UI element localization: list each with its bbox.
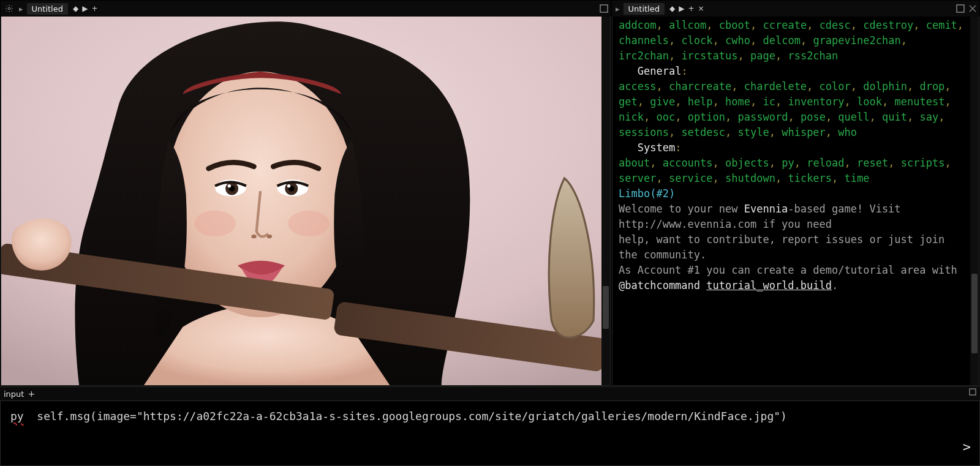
scrollbar-vertical[interactable] [970, 17, 979, 385]
scrollbar-vertical[interactable] [601, 17, 610, 385]
image-viewer[interactable] [1, 17, 610, 385]
left-pane: ▸ Untitled ◆ ▶ + [0, 0, 611, 386]
split-top: ▸ Untitled ◆ ▶ + [0, 0, 980, 386]
left-tabbar: ▸ Untitled ◆ ▶ + [1, 1, 611, 17]
svg-point-15 [288, 211, 330, 236]
play-icon[interactable]: ▶ [679, 4, 684, 13]
scroll-thumb[interactable] [971, 274, 978, 353]
left-content [1, 17, 611, 386]
svg-point-10 [228, 184, 231, 187]
chevron-right-icon: ▸ [19, 4, 23, 13]
close-icon[interactable]: × [698, 4, 704, 13]
right-tab-label[interactable]: Untitled [624, 3, 665, 15]
input-pane: input + py self.msg(image="https://a02fc… [0, 386, 980, 466]
maximize-icon[interactable] [600, 4, 608, 13]
play-icon[interactable]: ▶ [82, 4, 88, 13]
right-pane: ▸ Untitled ◆ ▶ + × addco [611, 0, 980, 386]
svg-rect-19 [970, 389, 976, 395]
terminal-output[interactable]: addcom, allcom, cboot, ccreate, cdesc, c… [619, 18, 969, 384]
command-input[interactable]: py self.msg(image="https://a02fc22a-a-62… [1, 401, 979, 431]
send-icon[interactable]: > [963, 439, 971, 454]
diamond-icon[interactable]: ◆ [73, 4, 78, 13]
maximize-icon[interactable] [956, 4, 965, 13]
svg-point-0 [8, 7, 10, 10]
right-content: addcom, allcom, cboot, ccreate, cdesc, c… [612, 17, 979, 386]
portrait-image [1, 17, 610, 385]
input-tab-label[interactable]: input [4, 389, 24, 399]
chevron-right-icon: ▸ [616, 4, 620, 13]
diamond-icon[interactable]: ◆ [669, 4, 675, 13]
plus-icon[interactable]: + [688, 4, 694, 13]
scroll-thumb[interactable] [603, 286, 609, 329]
input-tabbar: input + [0, 387, 980, 400]
gear-icon[interactable] [3, 4, 15, 13]
app-root: ▸ Untitled ◆ ▶ + [0, 0, 980, 466]
maximize-icon[interactable] [969, 388, 976, 397]
input-content: py self.msg(image="https://a02fc22a-a-62… [0, 400, 980, 466]
left-tab-label[interactable]: Untitled [27, 3, 68, 15]
right-tabbar: ▸ Untitled ◆ ▶ + × [612, 1, 979, 17]
svg-point-14 [194, 211, 236, 236]
svg-rect-1 [600, 5, 608, 12]
plus-icon[interactable]: + [91, 4, 97, 13]
svg-point-11 [287, 184, 290, 187]
plus-icon[interactable]: + [28, 389, 35, 399]
close-window-icon[interactable] [968, 4, 977, 13]
svg-point-13 [267, 235, 272, 238]
svg-rect-18 [957, 5, 964, 12]
svg-point-12 [251, 235, 256, 238]
